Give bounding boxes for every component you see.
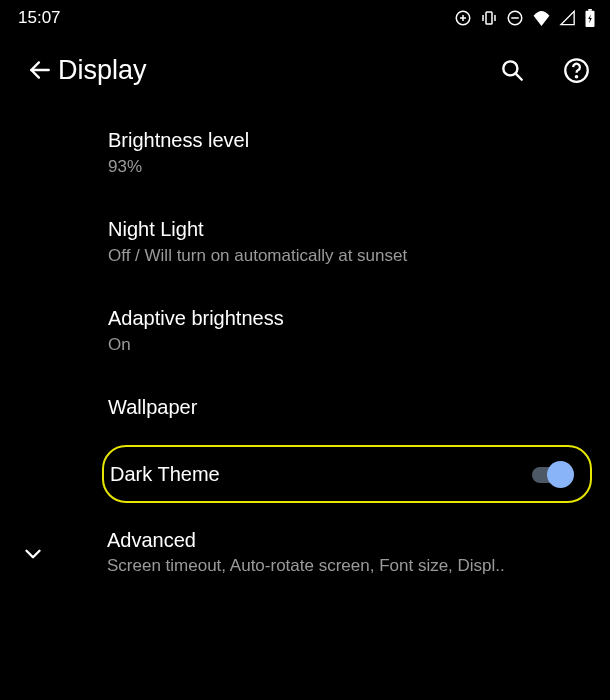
setting-title: Dark Theme [110, 461, 220, 487]
svg-rect-9 [588, 9, 592, 11]
dark-theme-item[interactable]: Dark Theme [102, 445, 592, 503]
toggle-thumb [547, 461, 574, 488]
back-button[interactable] [20, 50, 60, 90]
setting-title: Advanced [107, 527, 592, 553]
chevron-down-icon [20, 527, 46, 571]
status-bar: 15:07 [0, 0, 610, 34]
night-light-item[interactable]: Night Light Off / Will turn on automatic… [108, 197, 592, 286]
setting-subtitle: Off / Will turn on automatically at suns… [108, 245, 592, 267]
help-button[interactable] [556, 50, 596, 90]
setting-title: Night Light [108, 216, 592, 242]
svg-rect-3 [486, 12, 492, 24]
wifi-icon [532, 10, 551, 26]
signal-icon [559, 10, 576, 26]
setting-title: Brightness level [108, 127, 592, 153]
adaptive-brightness-item[interactable]: Adaptive brightness On [108, 286, 592, 375]
dark-theme-toggle[interactable] [528, 460, 574, 488]
brightness-level-item[interactable]: Brightness level 93% [108, 108, 592, 197]
setting-subtitle: Screen timeout, Auto-rotate screen, Font… [107, 556, 592, 576]
setting-title: Wallpaper [108, 394, 592, 420]
settings-list: Brightness level 93% Night Light Off / W… [0, 108, 610, 503]
wallpaper-item[interactable]: Wallpaper [108, 375, 592, 439]
app-header: Display [0, 34, 610, 108]
svg-point-14 [575, 76, 576, 77]
plus-circle-icon [454, 9, 472, 27]
page-title: Display [58, 55, 468, 86]
advanced-item[interactable]: Advanced Screen timeout, Auto-rotate scr… [0, 509, 610, 576]
status-time: 15:07 [18, 8, 61, 28]
vibrate-icon [480, 9, 498, 27]
setting-title: Adaptive brightness [108, 305, 592, 331]
search-button[interactable] [492, 50, 532, 90]
svg-line-12 [515, 73, 521, 79]
status-icons [454, 9, 596, 27]
setting-subtitle: On [108, 334, 592, 356]
setting-subtitle: 93% [108, 156, 592, 178]
battery-charging-icon [584, 9, 596, 27]
dnd-icon [506, 9, 524, 27]
